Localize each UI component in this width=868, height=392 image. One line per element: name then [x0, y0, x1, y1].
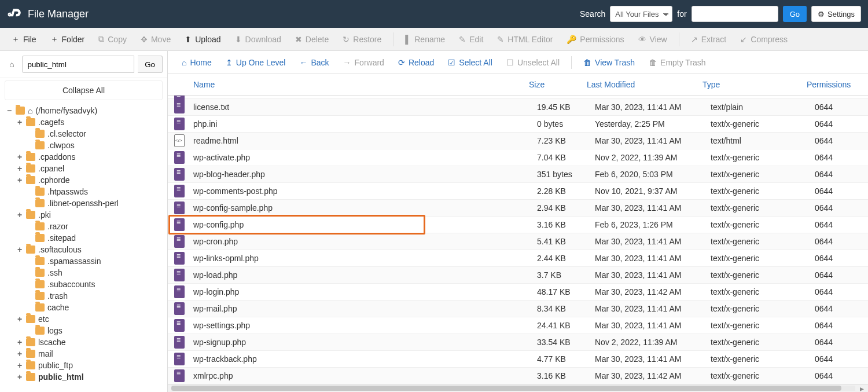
- tree-item-libnetopensshperl[interactable]: .libnet-openssh-perl: [3, 197, 167, 209]
- tree-item-cpanel[interactable]: +.cpanel: [3, 163, 167, 174]
- tree-item-pki[interactable]: +.pki: [3, 209, 167, 221]
- path-go-button[interactable]: Go: [138, 56, 163, 73]
- horizontal-scrollbar[interactable]: ▸: [168, 384, 868, 392]
- tree-item-softaculous[interactable]: +.softaculous: [3, 244, 167, 255]
- expand-icon[interactable]: +: [16, 210, 23, 219]
- file-row[interactable]: wp-load.php3.7 KBMar 30, 2023, 11:41 AMt…: [168, 267, 868, 284]
- folder-tree[interactable]: − ⌂ (/home/fysadvyk) +.cagefs.cl.selecto…: [0, 102, 167, 392]
- file-row[interactable]: wp-links-opml.php2.44 KBMar 30, 2023, 11…: [168, 250, 868, 267]
- home-icon[interactable]: ⌂: [5, 57, 19, 71]
- col-type-header[interactable]: Type: [698, 74, 802, 95]
- view-button[interactable]: 👁View: [632, 31, 673, 47]
- collapse-all-button[interactable]: Collapse All: [5, 80, 163, 100]
- back-button[interactable]: ←Back: [293, 54, 334, 71]
- search-input[interactable]: [692, 6, 778, 22]
- restore-button[interactable]: ↻Restore: [337, 31, 387, 47]
- scroll-right-icon[interactable]: ▸: [858, 384, 866, 392]
- expand-icon[interactable]: +: [16, 338, 23, 347]
- move-button[interactable]: ✥Move: [135, 31, 176, 47]
- tree-item-publichtml[interactable]: +public_html: [3, 371, 167, 383]
- unselect-all-button[interactable]: ☐Unselect All: [501, 54, 565, 71]
- tree-item-spamassassin[interactable]: .spamassassin: [3, 255, 167, 267]
- table-body[interactable]: license.txt19.45 KBMar 30, 2023, 11:41 A…: [168, 96, 868, 384]
- expand-icon[interactable]: +: [16, 314, 23, 324]
- tree-root[interactable]: − ⌂ (/home/fysadvyk): [3, 105, 167, 116]
- reload-button[interactable]: ⟳Reload: [392, 54, 440, 71]
- expand-icon[interactable]: +: [16, 349, 23, 358]
- path-input[interactable]: [22, 56, 134, 73]
- new-folder-button[interactable]: ＋Folder: [45, 31, 91, 48]
- download-button[interactable]: ⬇Download: [229, 31, 287, 47]
- tree-item-logs[interactable]: logs: [3, 325, 167, 336]
- tree-item-etc[interactable]: +etc: [3, 313, 167, 325]
- expand-icon[interactable]: +: [16, 118, 23, 127]
- tree-item-sitepad[interactable]: .sitepad: [3, 232, 167, 244]
- html-editor-button[interactable]: ✎HTML Editor: [491, 31, 558, 47]
- up-one-level-button[interactable]: ↥Up One Level: [220, 54, 292, 71]
- file-modified: Mar 30, 2023, 11:41 AM: [590, 354, 706, 364]
- file-row[interactable]: wp-activate.php7.04 KBNov 2, 2022, 11:39…: [168, 149, 868, 166]
- col-modified-header[interactable]: Last Modified: [582, 74, 698, 95]
- tree-item-publicftp[interactable]: +public_ftp: [3, 360, 167, 371]
- tree-item-lscache[interactable]: +lscache: [3, 336, 167, 348]
- file-row[interactable]: xmlrpc.php3.16 KBMar 30, 2023, 11:42 AMt…: [168, 368, 868, 384]
- file-row[interactable]: wp-trackback.php4.77 KBMar 30, 2023, 11:…: [168, 351, 868, 368]
- expand-icon[interactable]: +: [16, 372, 23, 382]
- tree-item-cagefs[interactable]: +.cagefs: [3, 116, 167, 128]
- view-trash-button[interactable]: 🗑View Trash: [578, 54, 641, 71]
- collapse-icon[interactable]: −: [6, 106, 13, 115]
- table-header: Name Size Last Modified Type Permissions: [168, 74, 868, 96]
- empty-trash-button[interactable]: 🗑Empty Trash: [643, 54, 712, 71]
- tree-item-razor[interactable]: .razor: [3, 221, 167, 232]
- tree-item-clselector[interactable]: .cl.selector: [3, 128, 167, 140]
- copy-button[interactable]: ⧉Copy: [93, 31, 133, 47]
- edit-button[interactable]: ✎Edit: [453, 31, 489, 47]
- file-name: license.txt: [189, 102, 532, 112]
- tree-item-cpaddons[interactable]: +.cpaddons: [3, 151, 167, 163]
- col-permissions-header[interactable]: Permissions: [802, 74, 858, 95]
- tree-item-cache[interactable]: cache: [3, 302, 167, 313]
- delete-button[interactable]: ✖Delete: [289, 31, 334, 47]
- file-icon: [174, 252, 185, 265]
- file-row[interactable]: wp-config-sample.php2.94 KBMar 30, 2023,…: [168, 200, 868, 217]
- select-all-button[interactable]: ☑Select All: [442, 54, 498, 71]
- tree-item-subaccounts[interactable]: .subaccounts: [3, 279, 167, 290]
- file-row[interactable]: wp-settings.php24.41 KBMar 30, 2023, 11:…: [168, 317, 868, 334]
- expand-icon[interactable]: +: [16, 152, 23, 162]
- file-row[interactable]: license.txt19.45 KBMar 30, 2023, 11:41 A…: [168, 99, 868, 116]
- extract-button[interactable]: ↗Extract: [685, 31, 733, 47]
- expand-icon[interactable]: +: [16, 245, 23, 254]
- tree-item-trash[interactable]: .trash: [3, 290, 167, 302]
- rename-button[interactable]: ▌Rename: [399, 31, 451, 47]
- file-row[interactable]: readme.html7.23 KBMar 30, 2023, 11:41 AM…: [168, 133, 868, 149]
- settings-button[interactable]: ⚙ Settings: [811, 6, 861, 22]
- permissions-button[interactable]: 🔑Permissions: [561, 31, 630, 47]
- file-row[interactable]: wp-blog-header.php351 bytesFeb 6, 2020, …: [168, 166, 868, 183]
- scroll-thumb[interactable]: [171, 386, 841, 391]
- home-button[interactable]: ⌂Home: [176, 54, 218, 71]
- col-size-header[interactable]: Size: [524, 74, 582, 95]
- forward-button[interactable]: →Forward: [337, 54, 390, 71]
- file-row[interactable]: wp-config.php3.16 KBFeb 6, 2023, 1:26 PM…: [168, 217, 868, 233]
- tree-item-htpasswds[interactable]: .htpasswds: [3, 186, 167, 197]
- new-file-button[interactable]: ＋File: [6, 31, 42, 48]
- file-row[interactable]: wp-signup.php33.54 KBNov 2, 2022, 11:39 …: [168, 334, 868, 351]
- search-go-button[interactable]: Go: [783, 6, 807, 22]
- compress-button[interactable]: ↙Compress: [734, 31, 793, 47]
- expand-icon[interactable]: +: [16, 361, 23, 370]
- file-row[interactable]: wp-cron.php5.41 KBMar 30, 2023, 11:41 AM…: [168, 233, 868, 250]
- tree-item-cphorde[interactable]: +.cphorde: [3, 174, 167, 186]
- tree-item-mail[interactable]: +mail: [3, 348, 167, 360]
- home-label: Home: [190, 58, 211, 67]
- tree-item-clwpos[interactable]: .clwpos: [3, 140, 167, 151]
- expand-icon[interactable]: +: [16, 164, 23, 173]
- search-scope-select[interactable]: All Your Files: [610, 6, 672, 22]
- upload-button[interactable]: ⬆Upload: [179, 31, 226, 47]
- file-row[interactable]: php.ini0 bytesYesterday, 2:25 PMtext/x-g…: [168, 116, 868, 133]
- file-row[interactable]: wp-login.php48.17 KBMar 30, 2023, 11:42 …: [168, 284, 868, 301]
- col-name-header[interactable]: Name: [189, 74, 524, 95]
- expand-icon[interactable]: +: [16, 175, 23, 185]
- file-row[interactable]: wp-mail.php8.34 KBMar 30, 2023, 11:41 AM…: [168, 301, 868, 317]
- file-row[interactable]: wp-comments-post.php2.28 KBNov 10, 2021,…: [168, 183, 868, 200]
- tree-item-ssh[interactable]: .ssh: [3, 267, 167, 279]
